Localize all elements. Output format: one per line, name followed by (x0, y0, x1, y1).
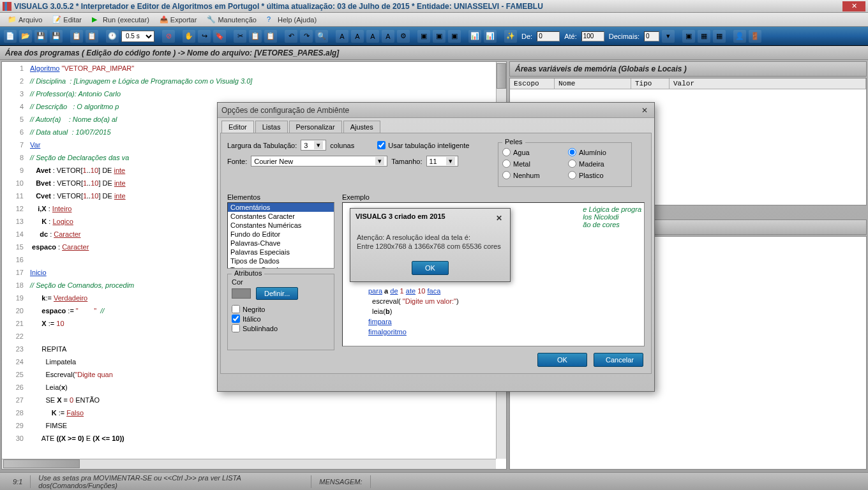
tb-save[interactable]: 💾 (34, 30, 47, 43)
tb-stop[interactable]: ⊘ (162, 30, 175, 43)
col-tipo[interactable]: Tipo (631, 78, 670, 89)
tb-a2[interactable]: A (351, 30, 364, 43)
skin-madeira[interactable]: Madeira (568, 160, 627, 168)
options-dialog-title: Opções de configuração de Ambiênte (221, 106, 639, 115)
element-item[interactable]: Comentários (228, 203, 334, 212)
menu-help[interactable]: ?Help (Ajuda) (262, 14, 322, 26)
tb-new[interactable]: 📄 (4, 30, 17, 43)
tb-paste2[interactable]: 📋 (264, 30, 277, 43)
element-item[interactable]: Texto em Geral (228, 265, 334, 269)
bold-checkbox[interactable]: Negrito (232, 305, 330, 313)
tb-user[interactable]: 👤 (733, 30, 746, 43)
menu-editar[interactable]: 📝Editar (47, 14, 87, 26)
font-combo[interactable]: Courier New▾ (251, 156, 387, 167)
element-item[interactable]: Constantes Caracter (228, 212, 334, 221)
app-icon (3, 2, 11, 11)
tb-paste[interactable]: 📋 (86, 30, 98, 43)
dec-input[interactable] (644, 31, 659, 41)
status-bar: 9:1 Use as setas pra MOVIMENTAR-SE ou <<… (0, 472, 868, 490)
msgbox-ok-button[interactable]: OK (412, 261, 449, 275)
tb-d1[interactable]: ▣ (682, 30, 695, 43)
tb-spin[interactable]: ▾ (662, 30, 675, 43)
ate-input[interactable] (581, 31, 604, 41)
skin-nenhum[interactable]: Nenhum (502, 171, 562, 179)
define-color-button[interactable]: Definir... (256, 287, 298, 300)
tb-copy2[interactable]: 📋 (249, 30, 262, 43)
underline-checkbox[interactable]: Sublinhado (232, 324, 330, 332)
tb-copy[interactable]: 📋 (70, 30, 83, 43)
element-item[interactable]: Tipos de Dados (228, 256, 334, 265)
options-dialog-close[interactable]: ✕ (639, 105, 650, 116)
tb-a1[interactable]: A (336, 30, 348, 43)
menu-run[interactable]: ▶Run (executar) (87, 14, 154, 26)
tb-cut[interactable]: ✂ (234, 30, 246, 43)
tab-editor[interactable]: Editor (221, 121, 254, 133)
elements-listbox[interactable]: Comentários Constantes Caracter Constant… (227, 202, 334, 269)
tb-exit[interactable]: 🚪 (749, 30, 761, 43)
tb-d2[interactable]: ▦ (698, 30, 710, 43)
tb-wand[interactable]: ✨ (504, 30, 517, 43)
element-item[interactable]: Constantes Numéricas (228, 221, 334, 230)
size-combo[interactable]: 11▾ (426, 156, 458, 167)
menu-exportar[interactable]: 📤Exportar (154, 14, 202, 26)
tb-open[interactable]: 📂 (19, 30, 32, 43)
color-swatch[interactable] (232, 288, 251, 299)
maintenance-icon: 🔧 (207, 15, 216, 24)
tb-redo[interactable]: ↷ (300, 30, 313, 43)
tab-listas[interactable]: Listas (255, 121, 288, 133)
color-label: Cor (232, 278, 330, 286)
italic-checkbox[interactable]: Itálico (232, 315, 330, 323)
col-nome[interactable]: Nome (555, 78, 631, 89)
options-ok-button[interactable]: OK (537, 353, 587, 367)
status-hint: Use as setas pra MOVIMENTAR-SE ou <<Ctrl… (31, 475, 311, 488)
tb-c2[interactable]: 📊 (484, 30, 497, 43)
tb-timer-icon[interactable]: 🕐 (106, 30, 119, 43)
tb-hand[interactable]: ✋ (183, 30, 195, 43)
run-icon: ▶ (92, 15, 101, 24)
tb-c1[interactable]: 📊 (468, 30, 481, 43)
line-gutter: 1 2 3 4 5 6 7 8 9 10 11 12 13 14 15 16 1… (2, 62, 27, 445)
skin-agua[interactable]: Agua (502, 148, 562, 156)
msgbox-close[interactable]: ✕ (493, 212, 505, 224)
msgbox-title: VISUALG 3 criado em 2015 (355, 212, 493, 224)
tb-b2[interactable]: ▣ (433, 30, 445, 43)
attributes-label: Atributos (232, 269, 264, 277)
example-label: Exemplo (342, 193, 645, 201)
tb-b1[interactable]: ▣ (417, 30, 430, 43)
tb-b3[interactable]: ▣ (448, 30, 461, 43)
element-item[interactable]: Palavras Especiais (228, 248, 334, 256)
cursor-position: 9:1 (5, 475, 31, 488)
col-valor[interactable]: Valor (670, 78, 866, 89)
tb-d3[interactable]: ▦ (713, 30, 726, 43)
vars-panel-title: Áreas variáveis de memória (Globais e Lo… (509, 61, 867, 77)
col-escopo[interactable]: Escopo (510, 78, 555, 89)
tb-a4[interactable]: A (382, 30, 394, 43)
tb-break[interactable]: 🔖 (213, 30, 226, 43)
menu-manutencao[interactable]: 🔧Manutenção (202, 14, 262, 26)
skin-plastico[interactable]: Plastico (568, 171, 627, 179)
element-item[interactable]: Fundo do Editor (228, 230, 334, 239)
speed-combo[interactable]: 0.5 s (121, 31, 154, 42)
smart-tab-checkbox[interactable]: Usar tabulação inteligente (377, 141, 469, 149)
tb-a3[interactable]: A (366, 30, 379, 43)
tb-step[interactable]: ↪ (198, 30, 211, 43)
tb-saveall[interactable]: 💾 (50, 30, 63, 43)
tab-width-input[interactable]: 3▾ (301, 140, 326, 151)
element-item[interactable]: Palavras-Chave (228, 239, 334, 248)
tab-width-label: Largura da Tabulação: (227, 142, 297, 149)
tb-undo[interactable]: ↶ (285, 30, 297, 43)
skins-label: Peles (502, 138, 525, 145)
tb-find[interactable]: 🔍 (315, 30, 328, 43)
options-cancel-button[interactable]: Cancelar (594, 353, 643, 367)
skin-metal[interactable]: Metal (502, 160, 562, 168)
tab-ajustes[interactable]: Ajustes (343, 121, 380, 133)
menu-arquivo[interactable]: 📁Arquivo (3, 14, 47, 26)
skin-aluminio[interactable]: Alumínio (568, 148, 627, 156)
editor-hscroll[interactable] (2, 459, 496, 469)
file-icon: 📁 (8, 15, 17, 24)
tb-a5[interactable]: ⚙ (397, 30, 410, 43)
window-close-button[interactable]: ✕ (842, 1, 865, 11)
de-input[interactable] (537, 31, 560, 41)
tab-personalizar[interactable]: Personalizar (289, 121, 342, 133)
svg-rect-1 (5, 2, 8, 11)
